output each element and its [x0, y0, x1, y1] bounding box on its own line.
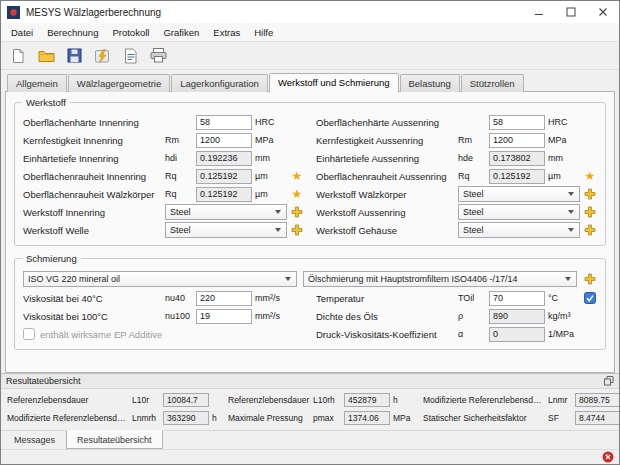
werkstoff-gehaeuse-select[interactable]: Steel [458, 222, 580, 238]
rauheit-innenring-star-button[interactable]: ★ [292, 170, 303, 182]
open-file-button[interactable] [33, 44, 59, 68]
field-row: Oberflächenrauheit Wälzkörper Rq 0.12519… [23, 185, 304, 203]
print-button[interactable] [145, 44, 171, 68]
field-unit: mm²/s [255, 311, 287, 321]
field-label: Werkstoff Welle [23, 225, 162, 236]
add-lubricant-button[interactable] [583, 273, 597, 285]
viskositaet-100-input[interactable]: 19 [196, 309, 252, 324]
werkstoff-aussenring-select[interactable]: Steel [458, 204, 580, 220]
tab-widget: Allgemein Wälzlagergeometrie Lagerkonfig… [5, 73, 615, 373]
field-row: Oberflächenrauheit Innenring Rq 0.125192… [23, 167, 304, 185]
field-label: Druck-Viskositäts-Koeffizient [316, 329, 455, 340]
tab-belastung[interactable]: Belastung [400, 74, 460, 92]
close-button[interactable] [587, 1, 619, 23]
dock-tab-bar: Messages Resultateübersicht [1, 430, 619, 449]
report-button[interactable] [117, 44, 143, 68]
field-unit: MPa [548, 135, 580, 145]
field-label: Viskosität bei 40°C [23, 293, 162, 304]
result-symbol: L10rh [313, 395, 341, 405]
menu-grafiken[interactable]: Grafiken [156, 25, 206, 40]
rauheit-aussenring-star-button[interactable]: ★ [585, 170, 596, 182]
lubrication-type-select[interactable]: Ölschmierung mit Hauptstromfiltern ISO44… [303, 271, 577, 287]
menu-datei[interactable]: Datei [4, 25, 40, 40]
field-unit: MPa [255, 135, 287, 145]
chevron-down-icon [565, 277, 571, 281]
add-werkstoff-welle-button[interactable] [291, 224, 303, 236]
add-werkstoff-innenring-button[interactable] [291, 206, 303, 218]
dock-float-icon[interactable] [604, 376, 614, 386]
werkstoff-welle-select[interactable]: Steel [165, 222, 287, 238]
result-label: Statischer Sicherheitsfaktor [423, 413, 545, 423]
calculate-button[interactable] [89, 44, 115, 68]
tab-waelzlagergeometrie[interactable]: Wälzlagergeometrie [68, 74, 170, 92]
save-file-button[interactable] [61, 44, 87, 68]
results-dock-titlebar: Resultateübersicht [1, 374, 619, 389]
minimize-button[interactable] [523, 1, 555, 23]
tab-lagerkonfiguration[interactable]: Lagerkonfiguration [171, 74, 268, 92]
field-symbol: TOil [458, 293, 486, 303]
field-symbol: hdi [165, 153, 193, 163]
menu-protokoll[interactable]: Protokoll [105, 25, 156, 40]
report-page-icon [123, 48, 138, 64]
result-value: 363290 [163, 411, 209, 425]
tab-stuetzrollen[interactable]: Stützrollen [461, 74, 524, 92]
field-row: Dichte des Öls ρ 890 kg/m³ [316, 307, 597, 325]
field-unit: mm [255, 153, 287, 163]
result-symbol: SF [548, 413, 572, 423]
field-symbol: ρ [458, 311, 486, 321]
kernfestigkeit-aussenring-input[interactable]: 1200 [489, 133, 545, 148]
result-label: Modifizierte Referenzlebensdauer [7, 413, 129, 423]
temperatur-checkbox[interactable] [584, 292, 596, 304]
dock-tab-messages[interactable]: Messages [3, 431, 66, 449]
app-icon [7, 6, 20, 19]
field-unit: °C [548, 293, 580, 303]
menu-extras[interactable]: Extras [206, 25, 247, 40]
druck-viskositaets-koeffizient-value: 0 [489, 327, 545, 342]
add-werkstoff-gehaeuse-button[interactable] [584, 224, 596, 236]
ep-additive-label: enthält wirksame EP Additive [40, 329, 162, 340]
werkstoff-waelzkoerper-select[interactable]: Steel [458, 186, 580, 202]
oil-select[interactable]: ISO VG 220 mineral oil [23, 271, 297, 287]
field-label: Kernfestigkeit Innenring [23, 135, 162, 146]
werkstoff-groupbox: Werkstoff Oberflächenhärte Innenring 58 … [14, 102, 606, 246]
field-unit: µm [548, 171, 580, 181]
plus-icon [584, 206, 596, 218]
add-werkstoff-aussenring-button[interactable] [584, 206, 596, 218]
rauheit-waelzkoerper-star-button[interactable]: ★ [292, 188, 303, 200]
select-row: Werkstoff Wälzkörper Steel [316, 185, 597, 203]
kernfestigkeit-innenring-input[interactable]: 1200 [196, 133, 252, 148]
field-symbol: Rq [458, 171, 486, 181]
menu-hilfe[interactable]: Hilfe [247, 25, 280, 40]
tab-allgemein[interactable]: Allgemein [7, 74, 67, 92]
werkstoff-innenring-select[interactable]: Steel [165, 204, 287, 220]
add-werkstoff-waelzkoerper-button[interactable] [584, 188, 596, 200]
select-value: Steel [463, 225, 484, 235]
field-symbol: nu40 [165, 293, 193, 303]
result-symbol: pmax [313, 413, 341, 423]
field-symbol: Rm [165, 135, 193, 145]
ep-additive-checkbox[interactable] [23, 328, 35, 340]
tab-bar: Allgemein Wälzlagergeometrie Lagerkonfig… [5, 73, 615, 92]
result-value: 8089.75 [575, 393, 620, 407]
field-symbol: hde [458, 153, 486, 163]
field-label: Viskosität bei 100°C [23, 311, 162, 322]
viskositaet-40-input[interactable]: 220 [196, 291, 252, 306]
select-value: ISO VG 220 mineral oil [28, 274, 120, 284]
result-unit: h [393, 395, 415, 405]
tab-werkstoff-und-schmierung[interactable]: Werkstoff und Schmierung [269, 73, 399, 93]
field-row: Einhärtetiefe Innenring hdi 0.192236 mm [23, 149, 304, 167]
field-symbol: Rq [165, 189, 193, 199]
field-unit: µm [255, 189, 287, 199]
field-label: Werkstoff Aussenring [316, 207, 455, 218]
field-label: Werkstoff Wälzkörper [316, 189, 455, 200]
temperatur-input[interactable]: 70 [489, 291, 545, 306]
new-file-button[interactable] [5, 44, 31, 68]
oberflaechenhaerte-aussenring-input[interactable]: 58 [489, 115, 545, 130]
result-value: 1374.06 [344, 411, 390, 425]
maximize-button[interactable] [555, 1, 587, 23]
menu-berechnung[interactable]: Berechnung [40, 25, 105, 40]
oberflaechenhaerte-innenring-input[interactable]: 58 [196, 115, 252, 130]
chevron-down-icon [275, 228, 281, 232]
dock-tab-resultateuebersicht[interactable]: Resultateübersicht [66, 430, 163, 449]
field-symbol: nu100 [165, 311, 193, 321]
